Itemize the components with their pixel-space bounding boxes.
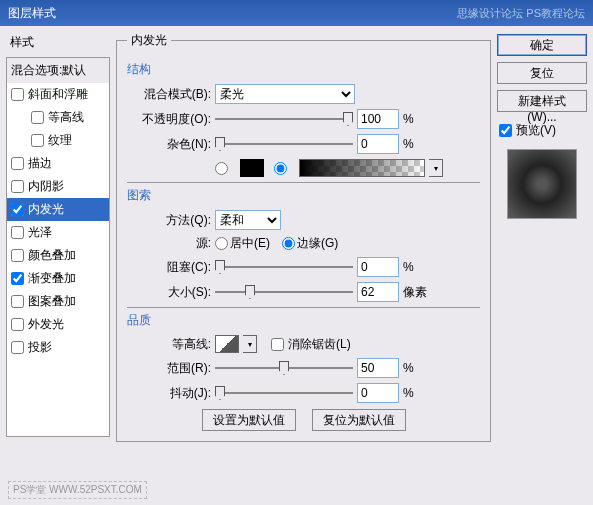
technique-select[interactable]: 柔和 xyxy=(215,210,281,230)
style-item-label: 斜面和浮雕 xyxy=(28,86,88,103)
style-item-3[interactable]: 描边 xyxy=(7,152,109,175)
style-item-label: 内发光 xyxy=(28,201,64,218)
jitter-slider[interactable] xyxy=(215,384,353,402)
styles-header: 样式 xyxy=(6,32,110,53)
range-input[interactable] xyxy=(357,358,399,378)
range-slider[interactable] xyxy=(215,359,353,377)
noise-slider[interactable] xyxy=(215,135,353,153)
style-item-label: 外发光 xyxy=(28,316,64,333)
style-item-2[interactable]: 纹理 xyxy=(7,129,109,152)
style-item-5[interactable]: 内发光 xyxy=(7,198,109,221)
jitter-input[interactable] xyxy=(357,383,399,403)
style-checkbox[interactable] xyxy=(11,341,24,354)
source-label: 源: xyxy=(127,235,211,252)
choke-label: 阻塞(C): xyxy=(127,259,211,276)
style-item-4[interactable]: 内阴影 xyxy=(7,175,109,198)
style-checkbox[interactable] xyxy=(11,318,24,331)
styles-list: 混合选项:默认 斜面和浮雕等高线纹理描边内阴影内发光光泽颜色叠加渐变叠加图案叠加… xyxy=(6,57,110,437)
style-item-label: 光泽 xyxy=(28,224,52,241)
preview-thumbnail xyxy=(507,149,577,219)
jitter-label: 抖动(J): xyxy=(127,385,211,402)
style-item-label: 纹理 xyxy=(48,132,72,149)
size-slider[interactable] xyxy=(215,283,353,301)
style-checkbox[interactable] xyxy=(11,203,24,216)
inner-glow-group: 内发光 结构 混合模式(B): 柔光 不透明度(O): % 杂色(N): % xyxy=(116,32,491,442)
preview-checkbox[interactable]: 预览(V) xyxy=(499,122,585,139)
antialias-checkbox[interactable]: 消除锯齿(L) xyxy=(271,336,351,353)
style-item-label: 等高线 xyxy=(48,109,84,126)
inner-glow-legend: 内发光 xyxy=(127,32,171,49)
blend-options-defaults[interactable]: 混合选项:默认 xyxy=(7,58,109,83)
size-unit: 像素 xyxy=(403,284,427,301)
ok-button[interactable]: 确定 xyxy=(497,34,587,56)
contour-label: 等高线: xyxy=(127,336,211,353)
style-checkbox[interactable] xyxy=(31,134,44,147)
new-style-button[interactable]: 新建样式(W)... xyxy=(497,90,587,112)
size-input[interactable] xyxy=(357,282,399,302)
reset-default-button[interactable]: 复位为默认值 xyxy=(312,409,406,431)
technique-label: 方法(Q): xyxy=(127,212,211,229)
size-label: 大小(S): xyxy=(127,284,211,301)
source-edge-radio[interactable]: 边缘(G) xyxy=(282,235,338,252)
set-default-button[interactable]: 设置为默认值 xyxy=(202,409,296,431)
style-item-7[interactable]: 颜色叠加 xyxy=(7,244,109,267)
color-radio[interactable] xyxy=(215,162,228,175)
contour-swatch[interactable] xyxy=(215,335,239,353)
contour-dropdown-icon[interactable]: ▾ xyxy=(243,335,257,353)
style-item-6[interactable]: 光泽 xyxy=(7,221,109,244)
elements-legend: 图索 xyxy=(127,187,480,204)
opacity-slider[interactable] xyxy=(215,110,353,128)
opacity-label: 不透明度(O): xyxy=(127,111,211,128)
blend-mode-label: 混合模式(B): xyxy=(127,86,211,103)
choke-slider[interactable] xyxy=(215,258,353,276)
titlebar: 图层样式 思缘设计论坛 PS教程论坛 xyxy=(0,0,593,26)
style-checkbox[interactable] xyxy=(11,295,24,308)
style-item-1[interactable]: 等高线 xyxy=(7,106,109,129)
cancel-button[interactable]: 复位 xyxy=(497,62,587,84)
gradient-dropdown-icon[interactable]: ▾ xyxy=(429,159,443,177)
structure-legend: 结构 xyxy=(127,61,480,78)
noise-input[interactable] xyxy=(357,134,399,154)
style-item-label: 渐变叠加 xyxy=(28,270,76,287)
style-checkbox[interactable] xyxy=(11,272,24,285)
style-checkbox[interactable] xyxy=(11,157,24,170)
color-swatch[interactable] xyxy=(240,159,264,177)
style-item-0[interactable]: 斜面和浮雕 xyxy=(7,83,109,106)
style-item-label: 图案叠加 xyxy=(28,293,76,310)
range-label: 范围(R): xyxy=(127,360,211,377)
window-title: 图层样式 xyxy=(8,5,56,22)
style-item-label: 描边 xyxy=(28,155,52,172)
blend-mode-select[interactable]: 柔光 xyxy=(215,84,355,104)
style-item-label: 投影 xyxy=(28,339,52,356)
gradient-swatch[interactable] xyxy=(299,159,425,177)
noise-label: 杂色(N): xyxy=(127,136,211,153)
style-item-11[interactable]: 投影 xyxy=(7,336,109,359)
style-item-label: 颜色叠加 xyxy=(28,247,76,264)
percent-unit: % xyxy=(403,112,414,126)
footer-watermark: PS学堂 WWW.52PSXT.COM xyxy=(8,481,147,499)
style-item-10[interactable]: 外发光 xyxy=(7,313,109,336)
choke-input[interactable] xyxy=(357,257,399,277)
style-checkbox[interactable] xyxy=(11,88,24,101)
style-checkbox[interactable] xyxy=(31,111,44,124)
style-item-9[interactable]: 图案叠加 xyxy=(7,290,109,313)
style-checkbox[interactable] xyxy=(11,180,24,193)
style-checkbox[interactable] xyxy=(11,249,24,262)
style-item-8[interactable]: 渐变叠加 xyxy=(7,267,109,290)
watermark-right: 思缘设计论坛 PS教程论坛 xyxy=(457,6,585,21)
opacity-input[interactable] xyxy=(357,109,399,129)
style-checkbox[interactable] xyxy=(11,226,24,239)
quality-legend: 品质 xyxy=(127,312,480,329)
style-item-label: 内阴影 xyxy=(28,178,64,195)
gradient-radio[interactable] xyxy=(274,162,287,175)
source-center-radio[interactable]: 居中(E) xyxy=(215,235,270,252)
